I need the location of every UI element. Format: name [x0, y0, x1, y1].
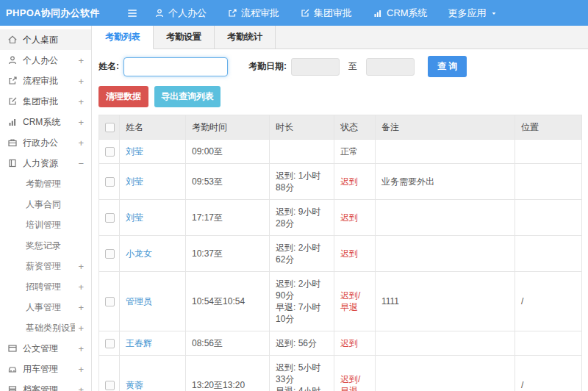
time-cell: 17:17至	[186, 200, 270, 236]
employee-name-link[interactable]: 刘莹	[126, 146, 143, 157]
nav-item-label: CRM系统	[387, 7, 428, 20]
column-header: 位置	[515, 115, 582, 140]
row-checkbox[interactable]	[105, 147, 115, 157]
sidebar-item-admin-office[interactable]: 行政办公+	[0, 132, 91, 153]
export-list-button[interactable]: 导出查询列表	[154, 86, 220, 107]
sidebar-item-group-approval[interactable]: 集团审批+	[0, 91, 91, 112]
sidebar-item-archive-mgmt[interactable]: 档案管理+	[0, 379, 91, 391]
sidebar-subitem-recruitment-mgmt[interactable]: 招聘管理+	[0, 276, 91, 297]
sidebar-subitem-label: 人事合同	[26, 198, 81, 211]
duration-cell: 迟到: 2小时62分	[270, 236, 334, 272]
nav-item-group-approval[interactable]: 集团审批	[290, 0, 362, 26]
sidebar-subitem-reward-punishment[interactable]: 奖惩记录	[0, 235, 91, 256]
nav-item-label: 个人办公	[168, 7, 207, 20]
note-cell	[376, 236, 515, 272]
expand-indicator: +	[75, 261, 84, 272]
sidebar-item-workflow-approval[interactable]: 流程审批+	[0, 71, 91, 91]
chart-icon	[373, 8, 383, 18]
clean-data-button[interactable]: 清理数据	[98, 86, 148, 107]
name-cell: 小龙女	[120, 236, 186, 272]
row-checkbox[interactable]	[105, 297, 115, 306]
sidebar-item-label: 个人办公	[23, 54, 75, 67]
expand-indicator: +	[75, 76, 84, 87]
sidebar-item-document-mgmt[interactable]: 公文管理+	[0, 338, 91, 359]
row-checkbox[interactable]	[105, 339, 115, 348]
sidebar-subitem-label: 奖惩记录	[26, 240, 81, 252]
sidebar-subitem-personnel-contract[interactable]: 人事合同	[0, 194, 91, 215]
name-input[interactable]	[123, 57, 228, 76]
row-checkbox-cell	[99, 164, 120, 200]
status-badge: 迟到/早退	[340, 374, 360, 391]
sidebar-item-personal-office[interactable]: 个人办公+	[0, 50, 91, 71]
expand-indicator: +	[75, 55, 84, 66]
column-header: 状态	[334, 115, 376, 140]
duration-line: 迟到: 9小时28分	[276, 206, 328, 229]
tab-attendance-settings[interactable]: 考勤设置	[154, 26, 215, 49]
status-cell: 迟到	[334, 236, 376, 272]
doc-icon	[7, 343, 18, 354]
nav-item-label: 集团审批	[314, 7, 352, 20]
nav-item-more-apps[interactable]: 更多应用	[438, 0, 508, 26]
row-checkbox[interactable]	[105, 177, 115, 187]
sidebar-subitem-base-category-settings[interactable]: 基础类别设置+	[0, 318, 91, 338]
row-checkbox[interactable]	[105, 381, 115, 390]
location-cell: /	[515, 272, 582, 331]
row-checkbox[interactable]	[105, 213, 115, 223]
duration-cell: 迟到: 56分	[270, 331, 334, 356]
sidebar-item-vehicle-mgmt[interactable]: 用车管理+	[0, 359, 91, 379]
employee-name-link[interactable]: 刘莹	[126, 212, 143, 223]
sidebar-subitem-salary-mgmt[interactable]: 薪资管理+	[0, 256, 91, 276]
flow-icon	[227, 8, 237, 18]
name-cell: 刘莹	[120, 200, 186, 236]
note-cell	[376, 140, 515, 164]
select-all-checkbox[interactable]	[105, 123, 115, 132]
employee-name-link[interactable]: 小龙女	[126, 248, 152, 259]
sidebar-subitem-training-mgmt[interactable]: 培训管理	[0, 215, 91, 235]
chart-icon	[7, 117, 18, 127]
book-icon	[7, 158, 18, 168]
duration-line: 早退: 7小时10分	[276, 301, 328, 325]
tab-attendance-list[interactable]: 考勤列表	[93, 26, 154, 49]
sidebar-item-personal-desktop[interactable]: 个人桌面	[0, 29, 91, 50]
app-logo[interactable]: PHPOA协同办公软件	[0, 7, 94, 20]
sidebar-subitem-attendance-mgmt[interactable]: 考勤管理	[0, 173, 91, 194]
menu-toggle-icon[interactable]	[126, 7, 138, 19]
query-button[interactable]: 查 询	[428, 56, 467, 77]
navbar-menu: 个人办公流程审批集团审批CRM系统更多应用	[144, 0, 508, 26]
nav-item-workflow-approval[interactable]: 流程审批	[217, 0, 290, 26]
row-checkbox[interactable]	[105, 249, 115, 259]
nav-item-crm-system[interactable]: CRM系统	[362, 0, 438, 26]
employee-name-link[interactable]: 刘莹	[126, 176, 143, 187]
time-cell: 10:54至10:54	[186, 272, 270, 331]
sidebar-subitem-label: 人事管理	[26, 301, 75, 314]
sidebar-item-label: 公文管理	[23, 342, 75, 355]
time-cell: 09:00至	[186, 140, 270, 164]
table-row: 王春辉08:56至迟到: 56分迟到	[99, 331, 582, 356]
name-cell: 刘莹	[120, 140, 186, 164]
nav-item-personal-office[interactable]: 个人办公	[144, 0, 217, 26]
flow-icon	[7, 76, 18, 86]
date-from-input[interactable]	[291, 58, 340, 76]
employee-name-link[interactable]: 王春辉	[126, 338, 152, 348]
sidebar-subitem-label: 考勤管理	[26, 178, 81, 190]
employee-name-link[interactable]: 黄蓉	[126, 380, 143, 390]
home-icon	[7, 35, 18, 45]
select-all-cell	[99, 115, 120, 140]
expand-indicator: +	[75, 364, 84, 375]
column-header: 时长	[270, 115, 334, 140]
sidebar-subitem-personnel-mgmt[interactable]: 人事管理+	[0, 297, 91, 318]
table-row: 刘莹09:53至迟到: 1小时88分迟到业务需要外出	[99, 164, 582, 200]
user-icon	[154, 8, 165, 18]
sidebar-subitem-label: 薪资管理	[26, 260, 75, 273]
date-to-input[interactable]	[366, 58, 415, 76]
sidebar-item-hr[interactable]: 人力资源−	[0, 153, 91, 173]
time-cell: 13:20至13:20	[186, 356, 270, 391]
status-cell: 迟到/早退	[334, 272, 376, 331]
employee-name-link[interactable]: 管理员	[126, 296, 152, 306]
table-row: 刘莹17:17至迟到: 9小时28分迟到	[99, 200, 582, 236]
sidebar-item-crm-system[interactable]: CRM系统+	[0, 112, 91, 132]
car-icon	[7, 364, 18, 374]
tab-attendance-stats[interactable]: 考勤统计	[215, 26, 276, 49]
status-cell: 迟到	[334, 164, 376, 200]
location-cell	[515, 236, 582, 272]
